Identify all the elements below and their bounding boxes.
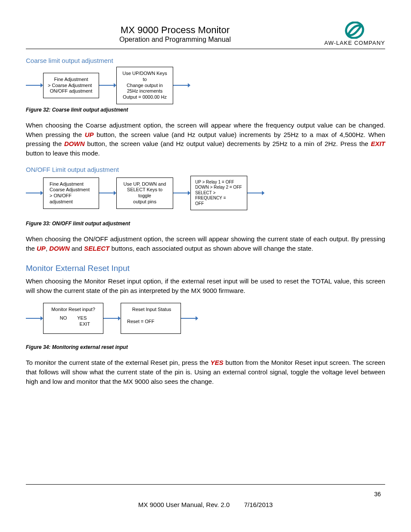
- paragraph: To monitor the current state of the exte…: [26, 358, 385, 386]
- paragraph: When choosing the ON/OFF adjustment opti…: [26, 234, 385, 253]
- company-name: AW-LAKE COMPANY: [324, 40, 385, 46]
- box-line: SELECT > FREQUENCY =: [195, 190, 243, 201]
- text: To monitor the current state of the exte…: [26, 359, 211, 366]
- text: and: [70, 245, 84, 252]
- flow-fig32: Fine Adjustment > Coarse Adjustment ON/O…: [26, 67, 385, 104]
- page-header: MX 9000 Process Monitor Operation and Pr…: [26, 22, 385, 49]
- swirl-logo-icon: [345, 22, 364, 39]
- key-exit: EXIT: [371, 140, 385, 147]
- key-select: SELECT: [84, 245, 109, 252]
- box-line: Reset Input Status: [127, 307, 176, 313]
- flow-box: Fine Adjustment > Coarse Adjustment ON/O…: [43, 73, 99, 98]
- box-line: Coarse Adjustment: [50, 187, 94, 193]
- box-line: Output = 0000.00 Hz: [121, 94, 168, 100]
- flow-fig33: Fine Adjustment Coarse Adjustment > ON/O…: [26, 176, 385, 211]
- box-line: > Coarse Adjustment: [48, 83, 94, 89]
- arrow-icon: [181, 315, 198, 321]
- flow-box: Fine Adjustment Coarse Adjustment > ON/O…: [43, 177, 99, 209]
- arrow-icon: [26, 82, 43, 88]
- box-line: Change output in: [121, 83, 168, 89]
- arrow-icon: [173, 82, 190, 88]
- key-down: DOWN: [64, 140, 85, 147]
- arrow-icon: [173, 190, 190, 196]
- flow-box: Use UP/DOWN Keys to Change output in 25H…: [116, 67, 173, 104]
- box-line: Use UP/DOWN Keys to: [121, 71, 168, 83]
- text: button, the screen value (and Hz output …: [85, 140, 371, 147]
- box-line: 25Hz increments: [121, 88, 168, 94]
- flow-box: Monitor Reset input? NO YES EXIT: [43, 303, 103, 334]
- figure-caption: Figure 33: ON/OFF limit output adjustmen…: [26, 221, 385, 227]
- text: button to leave this mode.: [26, 149, 100, 157]
- box-line: > ON/OFF adjustment: [50, 193, 94, 205]
- heading-onoff: ON/OFF Limit output adjustment: [26, 166, 385, 173]
- arrow-icon: [26, 315, 43, 321]
- key-yes: YES: [211, 359, 224, 366]
- box-line: SELECT Keys to toggle: [121, 187, 168, 199]
- box-line: Reset = OFF: [127, 319, 176, 325]
- box-line: ON/OFF adjustment: [48, 88, 94, 94]
- arrow-icon: [247, 190, 265, 196]
- box-line: UP > Relay 1 = OFF: [195, 180, 243, 185]
- footer-rule: [26, 484, 385, 485]
- doc-title: MX 9000 Process Monitor: [26, 25, 324, 36]
- box-line: output pins: [121, 199, 168, 205]
- paragraph: When choosing the Coarse adjustment opti…: [26, 121, 385, 158]
- footer-text: MX 9000 User Manual, Rev. 2.0 7/16/2013: [0, 501, 411, 508]
- box-line: DOWN > Relay 2 = OFF: [195, 185, 243, 190]
- company-logo: AW-LAKE COMPANY: [324, 22, 385, 46]
- box-line: Use UP, DOWN and: [121, 181, 168, 187]
- heading-monitor: Monitor External Reset Input: [26, 264, 385, 273]
- box-line: Fine Adjustment: [50, 181, 94, 187]
- arrow-icon: [26, 190, 43, 196]
- arrow-icon: [99, 190, 116, 196]
- footer-right: 7/16/2013: [244, 501, 273, 508]
- key-down: DOWN: [49, 245, 70, 252]
- paragraph: When choosing the Monitor Reset input op…: [26, 277, 385, 296]
- svg-marker-20: [196, 316, 198, 320]
- box-line: Monitor Reset input?: [48, 307, 99, 313]
- option-exit: EXIT: [48, 321, 99, 327]
- heading-coarse: Coarse limit output adjustment: [26, 57, 385, 64]
- flow-box: Use UP, DOWN and SELECT Keys to toggle o…: [116, 177, 173, 209]
- option-yes: YES: [77, 315, 87, 321]
- flow-fig34: Monitor Reset input? NO YES EXIT Reset I…: [26, 303, 385, 334]
- arrow-icon: [99, 82, 116, 88]
- svg-marker-6: [188, 83, 190, 87]
- flow-box: Reset Input Status Reset = OFF: [121, 303, 181, 334]
- text: ,: [46, 245, 49, 252]
- key-up: UP: [85, 131, 94, 138]
- box-line: OFF: [195, 201, 243, 207]
- text: buttons, each associated output as shown…: [109, 245, 313, 252]
- figure-caption: Figure 34: Monitoring external reset inp…: [26, 344, 385, 350]
- flow-box: UP > Relay 1 = OFF DOWN > Relay 2 = OFF …: [190, 176, 247, 211]
- key-up: UP: [37, 245, 46, 252]
- option-no: NO: [60, 315, 67, 321]
- svg-point-0: [345, 22, 364, 39]
- box-line: Fine Adjustment: [48, 77, 94, 83]
- page-number: 36: [374, 491, 381, 498]
- figure-caption: Figure 32: Coarse limit output adjustmen…: [26, 107, 385, 113]
- doc-subtitle: Operation and Programming Manual: [26, 36, 324, 44]
- arrow-icon: [103, 315, 121, 321]
- svg-marker-14: [262, 191, 265, 195]
- footer-left: MX 9000 User Manual, Rev. 2.0: [138, 501, 230, 508]
